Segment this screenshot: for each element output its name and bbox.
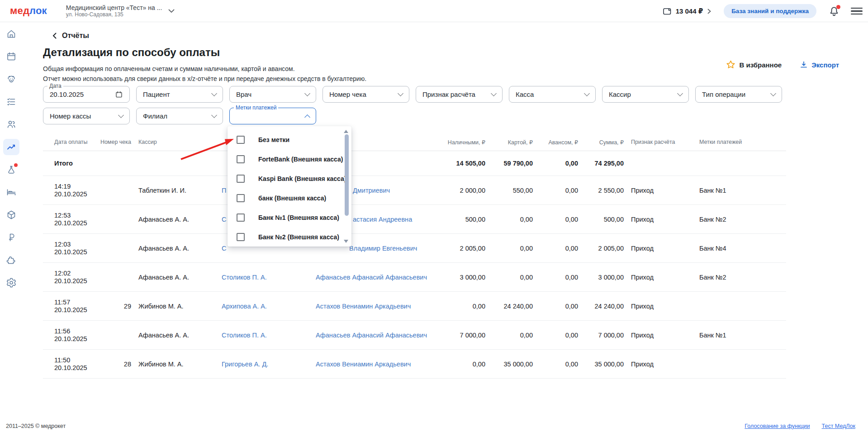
date-cell: 14:1920.10.2025 — [43, 183, 95, 198]
filter-select[interactable]: Номер кассы — [43, 108, 130, 124]
test-medlock-link[interactable]: Тест МедЛок — [822, 423, 855, 429]
feature-voting-link[interactable]: Голосование за функции — [745, 423, 810, 429]
card-cell: 0,00 — [485, 216, 533, 223]
filter-select[interactable]: Тип операции — [695, 86, 782, 103]
patient-link[interactable]: астасия Андреевна — [353, 216, 412, 223]
date-filter-label: Дата — [47, 83, 63, 89]
calendar-icon — [6, 51, 17, 62]
notifications-button[interactable] — [828, 5, 840, 17]
filter-date[interactable]: Дата 20.10.2025 — [43, 86, 130, 103]
chevron-down-icon — [677, 90, 683, 96]
add-to-favorites-button[interactable]: В избранное — [726, 60, 782, 69]
table-row: 11:5720.10.2025 29 Жибинов М. А. Архипов… — [43, 292, 786, 321]
patient-cell: Афанасьев Афанасий Афанасьевич — [316, 332, 445, 339]
cashier-cell: Афанасьев А. А. — [131, 274, 220, 281]
sidebar-item-schedule[interactable] — [3, 48, 19, 65]
date-cell: 11:5720.10.2025 — [43, 299, 95, 314]
scroll-down-arrow[interactable] — [344, 240, 348, 243]
tag-option[interactable]: Банк №1 (Внешняя касса) — [228, 208, 351, 227]
filter-select[interactable]: Касса — [509, 86, 596, 103]
balance-widget[interactable]: 13 044 ₽ — [662, 6, 711, 16]
knowledge-base-button[interactable]: База знаний и поддержка — [724, 4, 816, 18]
chevron-down-icon — [304, 90, 310, 96]
download-icon — [800, 61, 808, 69]
scroll-up-arrow[interactable] — [344, 130, 348, 133]
sidebar-item-analytics[interactable] — [3, 139, 19, 155]
tag-cell: Банк №4 — [692, 245, 786, 252]
sidebar-item-home[interactable] — [3, 26, 19, 42]
tag-option[interactable]: Банк №2 (Внешняя касса) — [228, 227, 351, 247]
sidebar-item-warehouse[interactable] — [3, 207, 19, 223]
filter-select[interactable]: Кассир — [602, 86, 689, 103]
patient-link[interactable]: Дмитриевич — [353, 187, 390, 194]
checkbox[interactable] — [237, 175, 245, 183]
patient-link[interactable]: Астахов Вениамин Аркадьевич — [316, 303, 411, 310]
menu-button[interactable] — [851, 5, 863, 17]
doctor-link[interactable]: Григорьев А. Д. — [222, 361, 268, 368]
filter-select[interactable]: Признак расчёта — [416, 86, 503, 103]
app-logo[interactable]: медлок — [10, 5, 47, 17]
checkbox[interactable] — [237, 194, 245, 202]
sidebar-item-lab[interactable] — [3, 161, 19, 178]
sidebar-item-settings[interactable] — [3, 275, 19, 291]
type-cell: Приход — [624, 274, 692, 281]
advance-cell: 0,00 — [533, 245, 578, 252]
filter-select[interactable]: Врач — [229, 86, 316, 103]
chevron-down-icon — [118, 112, 124, 118]
tag-option[interactable]: ForteBank (Внешняя касса) — [228, 149, 351, 169]
breadcrumb-label: Отчёты — [62, 32, 89, 40]
type-cell: Приход — [624, 216, 692, 223]
total-sum: 74 295,00 — [578, 160, 624, 167]
doctor-link[interactable]: С — [222, 245, 226, 252]
checkbox[interactable] — [237, 233, 245, 241]
cashier-cell: Жибинов М. А. — [131, 361, 220, 368]
tag-option[interactable]: Kaspi Bank (Внешняя касса) — [228, 169, 351, 188]
date-filter-value: 20.10.2025 — [50, 90, 115, 98]
total-cash: 14 505,00 — [445, 160, 485, 167]
date-cell: 11:5620.10.2025 — [43, 328, 95, 343]
sidebar-item-inpatient[interactable] — [3, 184, 19, 200]
sidebar-item-call-center[interactable] — [3, 71, 19, 87]
receipt-cell: 28 — [95, 361, 131, 368]
table-row: 11:5020.10.2025 28 Жибинов М. А. Григорь… — [43, 350, 786, 379]
sidebar-item-integrations[interactable] — [3, 252, 19, 268]
cashier-cell: Афанасьев А. А. — [131, 216, 220, 223]
tag-option[interactable]: банк (Внешняя касса) — [228, 188, 351, 208]
sidebar-item-tasks[interactable] — [3, 94, 19, 110]
doctor-link[interactable]: Столиков П. А. — [222, 274, 267, 281]
tag-cell: Банк №2 — [692, 274, 786, 281]
filter-select[interactable]: Филиал — [136, 108, 223, 124]
chart-icon — [6, 142, 17, 152]
total-label: Итого — [43, 160, 95, 167]
breadcrumb-back[interactable]: Отчёты — [52, 32, 89, 40]
package-icon — [6, 209, 17, 220]
date-cell: 11:5020.10.2025 — [43, 356, 95, 372]
doctor-link[interactable]: Столиков П. А. — [222, 332, 267, 339]
filter-select[interactable]: Номер чека — [323, 86, 409, 103]
clinic-selector[interactable]: Медицинский центр «Тест» на ... ул. Ново… — [66, 4, 175, 18]
cash-cell: 0,00 — [445, 303, 485, 310]
tag-option[interactable]: Без метки — [228, 130, 351, 149]
sidebar-item-finance[interactable] — [3, 229, 19, 246]
patient-link[interactable]: Афанасьев Афанасий Афанасьевич — [316, 274, 427, 281]
wallet-icon — [662, 6, 672, 16]
checkbox[interactable] — [237, 155, 245, 163]
export-button[interactable]: Экспорт — [800, 61, 839, 69]
clinic-name: Медицинский центр «Тест» на ... — [66, 4, 162, 11]
scrollbar-thumb[interactable] — [345, 134, 349, 216]
doctor-link[interactable]: С — [222, 216, 226, 223]
tags-options-list: Без метки ForteBank (Внешняя касса) Kasp… — [228, 130, 351, 247]
filter-payment-tags[interactable]: Метки платежей — [229, 108, 316, 124]
checkbox[interactable] — [237, 214, 245, 222]
patient-link[interactable]: Владимир Евгеньевич — [349, 245, 417, 252]
filter-select[interactable]: Пациент — [136, 86, 223, 103]
doctor-link[interactable]: П — [222, 187, 226, 194]
checkbox[interactable] — [237, 136, 245, 144]
patient-link[interactable]: Астахов Вениамин Аркадьевич — [316, 361, 411, 368]
doctor-link[interactable]: Архипова А. А. — [222, 303, 267, 310]
chevron-right-icon — [707, 9, 711, 14]
patient-link[interactable]: Афанасьев Афанасий Афанасьевич — [316, 332, 427, 339]
sidebar-item-patients[interactable] — [3, 116, 19, 133]
column-header: Метки платежей — [692, 139, 786, 145]
checklist-icon — [6, 96, 17, 107]
